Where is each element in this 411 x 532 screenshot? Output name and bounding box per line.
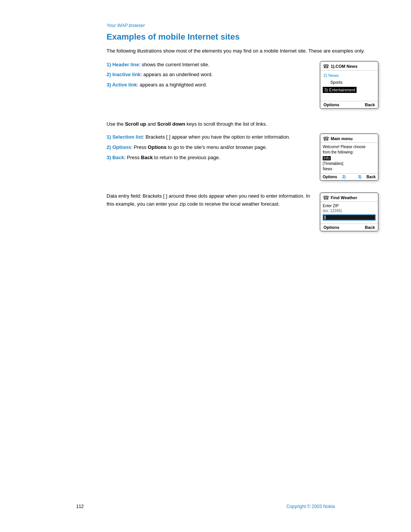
page: Your WAP browser Examples of mobile Inte… — [0, 0, 411, 532]
phone-screen-2: ☎ Main menu Welcome! Please choosefrom t… — [320, 133, 379, 181]
phone-topbar-2: ☎ Main menu — [320, 134, 378, 143]
phone-menu-item-sports: Sports — [323, 79, 376, 86]
bold-options: Options — [148, 144, 166, 150]
phone-options-2: Options — [323, 175, 337, 179]
block2-text: 1) Selection list: Brackets [ ] appear w… — [107, 133, 310, 164]
divider-text: Use the Scroll up and Scroll down keys t… — [107, 120, 381, 128]
phone-topbar-3: ☎ Find Weather — [320, 193, 378, 202]
section-title: Examples of mobile Internet sites — [107, 32, 381, 42]
block3-device: ☎ Find Weather Enter ZIP (ex. 12345) Opt… — [318, 192, 381, 232]
block1-desc2: : appears as an underlined word. — [141, 72, 213, 77]
phone-bottombar-1: Options Back — [320, 101, 378, 108]
block2-label2: Options — [112, 144, 131, 150]
block1-desc1: : shows the current Internet site. — [139, 62, 209, 67]
block1-label1: Header line — [112, 62, 139, 67]
block2-label1: Selection list — [112, 134, 143, 140]
phone-screen-1: ☎ 1).COM News 2) News Sports 3) Entertai… — [320, 61, 379, 109]
block1-label3: Active link — [112, 82, 137, 88]
block2-section: 1) Selection list: Brackets [ ] appear w… — [107, 133, 381, 181]
block1-number2: 2) — [107, 72, 112, 77]
block2-desc3: : Press Back to return to the previous p… — [124, 155, 220, 160]
block3-paragraph: Data entry field: Brackets [ ] around th… — [107, 192, 310, 208]
phone-welcome-text: Welcome! Please choosefrom the following… — [323, 144, 376, 155]
phone-signal-2: ☎ — [323, 136, 329, 142]
phone-input-field[interactable] — [323, 214, 376, 220]
block2-device: ☎ Main menu Welcome! Please choosefrom t… — [318, 133, 381, 181]
phone-back-2: Back — [366, 175, 376, 179]
block2-item1: 1) Selection list: Brackets [ ] appear w… — [107, 133, 310, 141]
phone-title-2: Main menu — [331, 136, 352, 141]
block1-item3: 3) Active link: appears as a highlighted… — [107, 81, 310, 89]
block1-text: 1) Header line: shows the current Intern… — [107, 61, 310, 91]
phone-signal-3: ☎ — [323, 195, 329, 201]
phone-body-3: Enter ZIP (ex. 12345) — [320, 202, 378, 224]
block2-number2: 2) — [107, 144, 112, 150]
content-area: Your WAP browser Examples of mobile Inte… — [107, 23, 381, 232]
phone-title-1: 1).COM News — [331, 64, 357, 69]
phone-cursor — [325, 216, 325, 219]
phone-enter-zip: Enter ZIP — [323, 203, 376, 209]
footer-copyright: Copyright © 2003 Nokia — [286, 504, 335, 509]
phone-bottombar-3: Options Back — [320, 224, 378, 231]
block1-device: ☎ 1).COM News 2) News Sports 3) Entertai… — [318, 61, 381, 109]
bold-scroll-up: Scroll up — [125, 121, 146, 127]
block2-label3: Back — [112, 155, 124, 160]
phone-back-1: Back — [365, 102, 375, 107]
block3-label: Data entry field — [107, 193, 140, 199]
block1-section: 1) Header line: shows the current Intern… — [107, 61, 381, 109]
footer: 112 Copyright © 2003 Nokia — [0, 504, 411, 509]
phone-topbar-1: ☎ 1).COM News — [320, 62, 378, 70]
phone-title-3: Find Weather — [331, 195, 357, 200]
phone-info-highlighted: Info — [323, 156, 331, 160]
block1-item1: 1) Header line: shows the current Intern… — [107, 61, 310, 69]
phone-options-1: Options — [323, 102, 339, 107]
phone-signal-1: ☎ — [323, 63, 329, 69]
block2-number3: 3) — [107, 155, 112, 160]
block1-number1: 1) — [107, 62, 112, 67]
phone-spacer — [351, 175, 353, 179]
phone-timetables: [Timetables] — [323, 161, 376, 166]
phone-options-num: 2) — [342, 175, 346, 179]
block3-text: Data entry field: Brackets [ ] around th… — [107, 192, 310, 208]
phone-body-1: 2) News Sports 3) Entertainment — [320, 70, 378, 101]
phone-info-wrap: Info — [323, 156, 376, 160]
phone-body-2: Welcome! Please choosefrom the following… — [320, 143, 378, 173]
footer-page-number: 112 — [76, 504, 84, 509]
block1-number3: 3) — [107, 82, 112, 88]
block1-item2: 2) Inactive link: appears as an underlin… — [107, 71, 310, 79]
phone-bottombar-2: Options 2) 3)Back — [320, 173, 378, 180]
section-label: Your WAP browser — [107, 23, 381, 28]
phone-menu-item-entertainment: 3) Entertainment — [323, 87, 357, 93]
block2-desc1: : Brackets [ ] appear when you have the … — [143, 134, 290, 140]
phone-screen-3: ☎ Find Weather Enter ZIP (ex. 12345) Opt… — [320, 192, 379, 232]
phone-menu-item-news: 2) News — [323, 72, 376, 79]
phone-menu-item-entertainment-wrap: 3) Entertainment — [323, 86, 376, 94]
block2-desc2: : Press Options to go to the site's menu… — [131, 144, 267, 150]
block2-item2: 2) Options: Press Options to go to the s… — [107, 144, 310, 152]
phone-options-3: Options — [323, 225, 339, 230]
intro-text: The following illustrations show most of… — [107, 47, 381, 55]
phone-back-3: Back — [365, 225, 375, 230]
block3-section: Data entry field: Brackets [ ] around th… — [107, 192, 381, 232]
block2-number1: 1) — [107, 134, 112, 140]
phone-back-num: 3) — [358, 175, 362, 179]
bold-scroll-down: Scroll down — [157, 121, 185, 127]
phone-news: News — [323, 166, 376, 172]
block1-desc3: : appears as a highlighted word. — [137, 82, 207, 88]
phone-zip-example: (ex. 12345) — [323, 209, 376, 213]
block2-item3: 3) Back: Press Back to return to the pre… — [107, 154, 310, 162]
bold-back: Back — [141, 155, 153, 160]
block1-label2: Inactive link — [112, 72, 140, 77]
